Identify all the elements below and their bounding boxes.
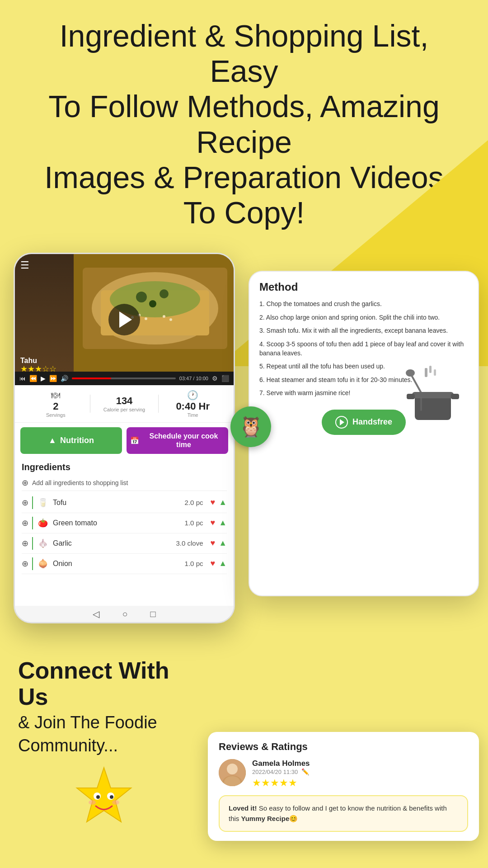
schedule-label: Schedule your cook time	[143, 432, 225, 449]
nutrition-icon: ▲	[48, 436, 56, 445]
heart-icon-4[interactable]: ♥	[210, 559, 215, 568]
schedule-button[interactable]: 📅 Schedule your cook time	[127, 427, 228, 453]
servings-label: Servings	[46, 412, 66, 418]
ing-divider-2	[32, 517, 33, 529]
svg-point-12	[169, 318, 172, 321]
calories-info: 134 Calorie per serving	[90, 395, 159, 412]
ing-divider-1	[32, 496, 33, 509]
calories-label: Calorie per serving	[103, 407, 145, 412]
ingredients-title: Ingredients	[22, 462, 227, 472]
ing-name-2: Green tomato	[53, 519, 181, 527]
star-character	[18, 765, 190, 841]
time-value: 0:40 Hr	[176, 401, 210, 412]
info-row: 🍽 2 Servings 134 Calorie per serving 🕐 0…	[15, 385, 234, 423]
servings-info: 🍽 2 Servings	[22, 390, 90, 418]
ing-divider-3	[32, 537, 33, 550]
ing-plus-2[interactable]: ⊕	[22, 518, 28, 528]
svg-rect-20	[407, 394, 415, 399]
svg-rect-19	[412, 392, 454, 398]
ing-plus-3[interactable]: ⊕	[22, 538, 28, 548]
nutrition-label: Nutrition	[60, 436, 94, 445]
method-step-3: 3. Smash tofu. Mix it with all the ingre…	[259, 326, 468, 335]
onion-icon: 🧅	[37, 557, 49, 570]
heart-icon-2[interactable]: ♥	[210, 518, 215, 528]
bottom-subtitle-line3: Community...	[18, 736, 190, 756]
time-label: Time	[188, 412, 198, 418]
reviewer-name: Gamela Holmes	[252, 759, 468, 768]
add-all-text: Add all ingredients to shopping list	[32, 479, 128, 486]
home-button[interactable]: ○	[122, 609, 127, 619]
heart-icon-3[interactable]: ♥	[210, 538, 215, 548]
hamburger-icon[interactable]: ☰	[20, 259, 29, 271]
calories-value: 134	[116, 395, 133, 407]
progress-time: 03:47 / 10:00	[179, 376, 208, 381]
time-icon: 🕐	[187, 390, 198, 401]
video-area: ☰ Tahu ★★★☆☆ ⏮ ⏪ ▶ ⏩ 🔊 03:47 / 10:00 ⚙ ⬛	[15, 254, 234, 385]
action-buttons-row: ▲ Nutrition 📅 Schedule your cook time	[15, 423, 234, 458]
svg-rect-13	[425, 368, 427, 377]
mountain-icon-4[interactable]: ▲	[219, 559, 227, 568]
handsfree-play-icon	[335, 416, 348, 429]
method-step-2: 2. Also chop large onion and spring onio…	[259, 313, 468, 322]
svg-point-5	[136, 292, 147, 302]
servings-value: 2	[53, 401, 58, 412]
svg-rect-15	[434, 369, 436, 376]
video-stars: ★★★☆☆	[20, 364, 56, 374]
ing-qty-2: 1.0 pc	[185, 519, 203, 527]
heart-icon-1[interactable]: ♥	[210, 498, 215, 507]
ing-plus-1[interactable]: ⊕	[22, 498, 28, 508]
ing-name-4: Onion	[53, 560, 181, 568]
reviewer-avatar	[219, 759, 246, 786]
phone-left: ☰ Tahu ★★★☆☆ ⏮ ⏪ ▶ ⏩ 🔊 03:47 / 10:00 ⚙ ⬛…	[14, 253, 235, 623]
play-button[interactable]	[108, 304, 140, 335]
ing-divider-4	[32, 557, 33, 570]
method-title: Method	[259, 281, 468, 293]
owl-badge: 🦉	[230, 406, 271, 447]
ing-qty-3: 3.0 clove	[176, 539, 203, 547]
svg-point-7	[149, 300, 156, 307]
svg-point-6	[160, 289, 169, 298]
bottom-title-line1: Connect With Us	[18, 658, 190, 709]
progress-fill	[72, 377, 111, 379]
video-side-panel	[15, 254, 74, 372]
ing-qty-1: 2.0 pc	[185, 499, 203, 506]
tomato-icon: 🍅	[37, 517, 49, 529]
mountain-icon-1[interactable]: ▲	[219, 498, 227, 507]
svg-point-11	[163, 315, 165, 318]
owl-icon: 🦉	[239, 415, 263, 439]
ingredient-row: ⊕ 🥛 Tofu 2.0 pc ♥ ▲	[22, 493, 227, 513]
svg-point-31	[227, 764, 238, 774]
ing-name-3: Garlic	[53, 539, 172, 547]
review-bubble: Loved it! So easy to follow and I get to…	[219, 795, 468, 832]
back-button[interactable]: ◁	[93, 609, 99, 619]
reviewer-row: Gamela Holmes 2022/04/20 11:30 ✏️ ★★★★★	[219, 759, 468, 789]
progress-track[interactable]	[72, 377, 176, 379]
calendar-icon: 📅	[130, 436, 139, 445]
nutrition-button[interactable]: ▲ Nutrition	[20, 427, 122, 453]
ingredients-section: Ingredients ⊕ Add all ingredients to sho…	[15, 458, 234, 578]
add-all-icon: ⊕	[22, 478, 28, 488]
ingredient-row: ⊕ 🧅 Onion 1.0 pc ♥ ▲	[22, 554, 227, 574]
review-highlight: Yummy Recipe	[241, 815, 290, 822]
handsfree-button[interactable]: Handsfree	[322, 410, 406, 435]
ingredient-row: ⊕ 🍅 Green tomato 1.0 pc ♥ ▲	[22, 513, 227, 533]
svg-point-28	[89, 800, 96, 805]
ing-plus-4[interactable]: ⊕	[22, 559, 28, 569]
time-info: 🕐 0:40 Hr Time	[159, 390, 227, 418]
ingredient-row: ⊕ 🧄 Garlic 3.0 clove ♥ ▲	[22, 533, 227, 554]
svg-point-29	[112, 800, 119, 805]
edit-icon[interactable]: ✏️	[301, 768, 309, 775]
svg-point-17	[406, 369, 415, 377]
phone-nav-bar: ◁ ○ □	[15, 606, 234, 622]
method-step-1: 1. Chop the tomatoes and crush the garli…	[259, 300, 468, 309]
mountain-icon-3[interactable]: ▲	[219, 538, 227, 548]
add-all-row[interactable]: ⊕ Add all ingredients to shopping list	[22, 475, 227, 491]
bottom-section: Connect With Us & Join The Foodie Commun…	[18, 658, 190, 841]
recents-button[interactable]: □	[150, 609, 156, 619]
svg-point-27	[110, 795, 113, 799]
mountain-icon-2[interactable]: ▲	[219, 518, 227, 528]
reviews-title: Reviews & Ratings	[219, 741, 468, 753]
header-title: Ingredient & Shopping List, Easy To Foll…	[27, 18, 461, 230]
bottom-subtitle-line2: & Join The Foodie	[18, 712, 190, 733]
reviewer-date: 2022/04/20 11:30 ✏️	[252, 768, 468, 775]
